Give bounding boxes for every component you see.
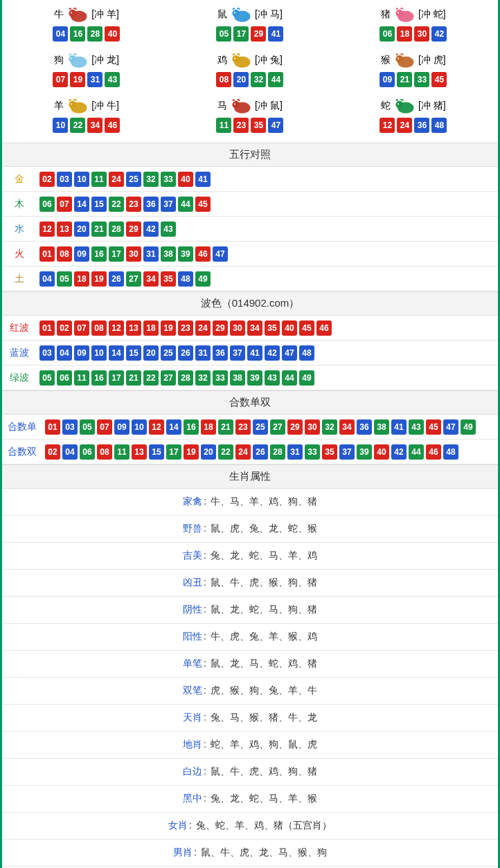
number-ball: 16 xyxy=(70,26,85,42)
property-separator: : xyxy=(204,496,209,507)
number-ball: 08 xyxy=(97,444,112,460)
number-ball: 29 xyxy=(287,419,303,435)
property-separator: : xyxy=(204,523,209,534)
number-ball: 29 xyxy=(213,320,228,336)
number-ball: 15 xyxy=(91,197,107,212)
zodiac-balls: 06183042 xyxy=(332,26,495,42)
svg-point-13 xyxy=(233,55,240,63)
svg-point-26 xyxy=(398,103,399,105)
number-ball: 40 xyxy=(282,320,297,336)
svg-point-22 xyxy=(233,101,240,109)
zodiac-name: 狗 xyxy=(54,54,64,66)
number-ball: 07 xyxy=(97,419,112,435)
number-ball: 02 xyxy=(45,444,60,460)
property-separator: : xyxy=(194,847,199,858)
property-value: 兔、龙、蛇、马、羊、猴 xyxy=(211,793,317,804)
svg-point-14 xyxy=(234,57,235,59)
zodiac-cell: 鸡 [冲 兔] 08203244 xyxy=(168,48,332,94)
number-ball: 39 xyxy=(178,246,193,262)
number-ball: 43 xyxy=(265,370,280,386)
number-ball: 07 xyxy=(57,197,72,212)
number-ball: 19 xyxy=(184,444,199,460)
number-ball: 16 xyxy=(91,370,107,386)
property-row: 凶丑: 鼠、牛、虎、猴、狗、猪 xyxy=(2,570,498,597)
property-label: 天肖 xyxy=(183,712,202,723)
svg-point-5 xyxy=(234,12,235,13)
number-ball: 48 xyxy=(443,444,458,460)
number-ball: 10 xyxy=(132,419,147,435)
property-value: 鼠、龙、马、蛇、鸡、猪 xyxy=(211,658,317,669)
zodiac-name: 鼠 xyxy=(217,8,227,21)
property-row: 单笔: 鼠、龙、马、蛇、鸡、猪 xyxy=(2,651,498,678)
row-balls: 02031011242532334041 xyxy=(37,172,211,187)
number-ball: 35 xyxy=(322,444,337,460)
row-label: 火 xyxy=(2,248,37,260)
number-ball: 24 xyxy=(109,172,124,187)
number-ball: 36 xyxy=(357,419,372,435)
property-label: 女肖 xyxy=(168,820,188,831)
table-row: 水 1213202128294243 xyxy=(2,217,498,242)
svg-point-16 xyxy=(395,55,403,63)
property-value: 鼠、虎、兔、龙、蛇、猴 xyxy=(211,523,317,534)
number-ball: 18 xyxy=(397,26,412,42)
number-ball: 44 xyxy=(409,444,424,460)
number-ball: 49 xyxy=(461,419,476,435)
number-ball: 48 xyxy=(178,271,193,287)
number-ball: 06 xyxy=(80,444,95,460)
zodiac-conflict: [冲 虎] xyxy=(418,54,446,66)
number-ball: 18 xyxy=(201,419,216,435)
number-ball: 23 xyxy=(233,118,249,133)
number-ball: 08 xyxy=(57,246,72,262)
number-ball: 25 xyxy=(126,172,141,187)
number-ball: 27 xyxy=(161,370,176,386)
main-container: 牛 [冲 羊] 04162840 鼠 [冲 马] 05172941 猪 [冲 蛇… xyxy=(0,0,500,868)
number-ball: 11 xyxy=(114,444,130,460)
number-ball: 33 xyxy=(305,444,320,460)
number-ball: 10 xyxy=(53,118,68,133)
row-label: 木 xyxy=(2,198,37,210)
zodiac-conflict: [冲 羊] xyxy=(91,8,119,21)
table-row: 土 04051819262734354849 xyxy=(2,266,498,291)
property-label: 黑中 xyxy=(183,793,202,804)
number-ball: 37 xyxy=(339,444,355,460)
property-separator: : xyxy=(204,631,209,642)
wuxing-header: 五行对照 xyxy=(2,143,498,167)
zodiac-name: 羊 xyxy=(54,100,64,112)
number-ball: 47 xyxy=(213,246,228,262)
number-ball: 20 xyxy=(74,221,89,237)
zodiac-balls: 09213345 xyxy=(332,72,495,87)
svg-point-2 xyxy=(71,12,72,13)
heshu-table: 合数单 010305070910121416182123252729303234… xyxy=(2,415,498,464)
row-balls: 0204060811131517192022242628313335373940… xyxy=(42,444,458,460)
row-label: 红波 xyxy=(2,322,37,334)
number-ball: 44 xyxy=(178,197,193,212)
zodiac-grid: 牛 [冲 羊] 04162840 鼠 [冲 马] 05172941 猪 [冲 蛇… xyxy=(2,0,498,143)
zodiac-animal-icon xyxy=(229,97,253,115)
number-ball: 16 xyxy=(91,246,107,262)
zodiac-balls: 12243648 xyxy=(332,118,495,133)
number-ball: 22 xyxy=(218,444,233,460)
number-ball: 01 xyxy=(45,419,60,435)
zodiac-animal-icon xyxy=(65,6,90,24)
number-ball: 01 xyxy=(39,320,55,336)
number-ball: 18 xyxy=(143,320,159,336)
svg-point-17 xyxy=(398,57,399,59)
number-ball: 32 xyxy=(322,419,337,435)
row-balls: 05061116172122272832333839434449 xyxy=(37,370,314,386)
property-label: 阳性 xyxy=(183,631,202,642)
zodiac-name: 猪 xyxy=(381,8,391,21)
number-ball: 01 xyxy=(39,246,55,262)
number-ball: 41 xyxy=(391,419,407,435)
number-ball: 20 xyxy=(233,72,249,87)
number-ball: 09 xyxy=(74,246,89,262)
number-ball: 35 xyxy=(265,320,280,336)
number-ball: 35 xyxy=(161,271,176,287)
number-ball: 49 xyxy=(195,271,211,287)
number-ball: 18 xyxy=(74,271,89,287)
row-balls: 04051819262734354849 xyxy=(37,271,211,287)
zodiac-cell: 牛 [冲 羊] 04162840 xyxy=(5,3,168,48)
number-ball: 04 xyxy=(53,26,68,42)
number-ball: 43 xyxy=(161,221,176,237)
number-ball: 06 xyxy=(39,197,55,212)
zodiac-cell: 鼠 [冲 马] 05172941 xyxy=(168,3,332,48)
